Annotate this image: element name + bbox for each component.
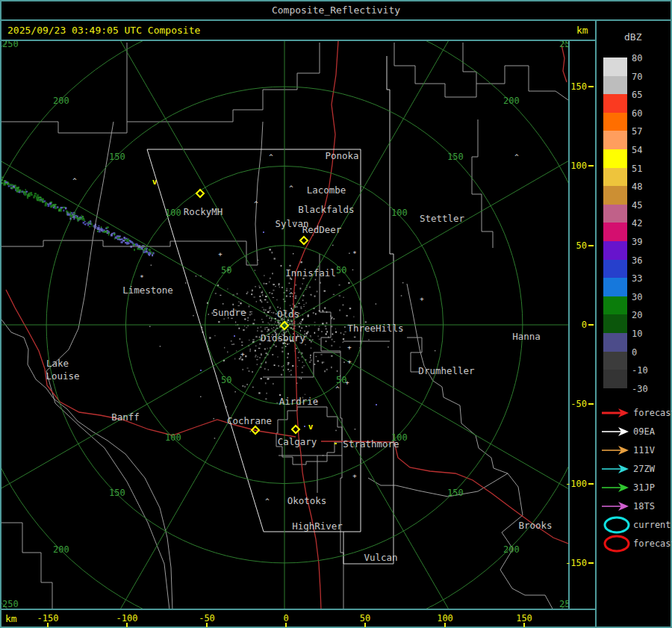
svg-text:*: * (352, 250, 356, 258)
scan-area-outline (147, 56, 393, 564)
range-rings: 5050505010010010010015015015015020020020… (1, 41, 568, 609)
range-ring-label: 100 (391, 208, 408, 218)
range-ring-label: 250 (2, 41, 19, 49)
legend-label: 111V (633, 445, 655, 456)
city-label: Innisfail (285, 267, 336, 279)
forecast-ellipse-icon (605, 536, 629, 551)
colorbar-swatch (603, 333, 627, 352)
radar-app-window: Composite_Reflectivity 2025/09/23 03:49:… (0, 0, 672, 628)
city-label: Lake (46, 358, 69, 369)
colorbar-value: 45 (632, 200, 642, 211)
city-label: HighRiver (292, 520, 343, 532)
legend-panel-divider (595, 19, 597, 628)
titlebar-divider (0, 19, 672, 21)
svg-text:^: ^ (335, 385, 340, 393)
motion-arrow-icon: v (152, 177, 158, 187)
current-ellipse-icon (605, 517, 629, 532)
y-axis-tick (588, 324, 594, 326)
city-label: RockyMH (184, 206, 223, 217)
city-label: Vulcan (364, 552, 397, 563)
svg-text:^: ^ (254, 200, 258, 208)
legend-label: forecast (633, 408, 672, 418)
legend-label: current (633, 520, 671, 530)
city-label: Cochrane (227, 415, 272, 426)
map-bottom-border (0, 609, 596, 610)
range-ring-label: 50 (221, 265, 231, 276)
city-label: Brooks (518, 520, 552, 531)
x-axis-label: 150 (516, 613, 532, 624)
range-ring-label: 100 (165, 432, 181, 443)
radar-map-viewport[interactable]: 5050505010010010010015015015015020020020… (1, 41, 568, 609)
range-ring-label: 50 (221, 375, 231, 385)
x-axis-label: 100 (437, 613, 453, 624)
y-axis-label: -150 (564, 558, 587, 568)
range-ring-label: 250 (559, 41, 568, 49)
city-label: Okotoks (287, 495, 327, 506)
colorbar-value: 39 (632, 237, 642, 247)
range-ring-label: 250 (2, 599, 19, 609)
svg-text:+: + (420, 295, 424, 302)
colorbar-swatch (603, 314, 627, 333)
colorbar-value: 33 (632, 273, 642, 284)
colorbar-value: 20 (632, 310, 642, 320)
range-ring-label: 150 (447, 152, 464, 162)
colorbar-value: 48 (632, 181, 642, 192)
svg-text:+: + (347, 343, 352, 351)
colorbar-value: 57 (632, 126, 642, 137)
svg-text:+: + (218, 250, 223, 258)
colorbar-value: 36 (632, 255, 642, 266)
city-label: Blackfalds (298, 204, 354, 215)
y-axis-label: 100 (564, 161, 587, 171)
km-unit-bottom-left: km (5, 613, 17, 624)
colorbar-swatch (603, 94, 627, 113)
city-label: Stettler (420, 213, 465, 224)
colorbar-value: 42 (632, 218, 642, 228)
city-label: Olds (277, 308, 299, 320)
city-label: Louise (46, 370, 79, 382)
range-ring-label: 200 (53, 96, 69, 106)
x-axis-label: 0 (283, 613, 288, 624)
colorbar-swatch (603, 296, 627, 315)
y-axis-tick (588, 86, 594, 87)
border-top (0, 0, 672, 1)
colorbar-title: dBZ (624, 31, 641, 43)
city-label: Calgary (278, 436, 317, 447)
colorbar-value: -30 (632, 384, 648, 394)
colorbar-swatch (603, 186, 627, 205)
range-ring-label: 150 (109, 488, 125, 498)
city-label: Lacombe (307, 184, 346, 196)
range-ring-label: 100 (165, 208, 181, 218)
y-axis-label: -50 (564, 399, 587, 409)
city-labels: PonokaLacombeBlackfaldsSylvanRedDeerRock… (46, 150, 552, 563)
y-axis-label: 0 (564, 320, 587, 330)
svg-text:^: ^ (514, 153, 519, 161)
y-axis-label: 50 (564, 240, 587, 251)
colorbar-value: 51 (632, 164, 642, 174)
svg-text:^: ^ (72, 177, 77, 184)
track-legend: forecast09EA111V27ZW31JP18TScurrentforec… (597, 403, 672, 553)
motion-arrow-icon: v (308, 422, 314, 432)
x-axis-tick (47, 623, 49, 627)
colorbar-value: 0 (632, 347, 637, 358)
range-ring-label: 200 (503, 96, 520, 106)
x-axis-label: -100 (116, 613, 138, 624)
colorbar-value: -10 (632, 365, 648, 376)
x-axis-label: 50 (360, 613, 370, 624)
city-label: Airdrie (279, 396, 319, 407)
svg-text:+: + (240, 350, 245, 358)
range-ring-label: 200 (53, 544, 69, 555)
city-label: Sundre (212, 307, 246, 318)
svg-text:^: ^ (289, 184, 293, 192)
range-ring-label: 50 (336, 265, 346, 276)
colorbar-swatch (603, 260, 627, 279)
city-label: Drumheller (418, 365, 475, 376)
colorbar-value: 54 (632, 145, 642, 155)
y-axis-tick (588, 483, 594, 485)
colorbar-swatch (603, 57, 627, 76)
colorbar-swatch (603, 352, 627, 370)
colorbar-swatch (603, 149, 627, 168)
x-axis-tick (206, 623, 208, 627)
y-axis-label: -100 (564, 479, 587, 489)
colorbar-swatch (603, 168, 627, 187)
range-ring-label: 200 (503, 544, 520, 555)
